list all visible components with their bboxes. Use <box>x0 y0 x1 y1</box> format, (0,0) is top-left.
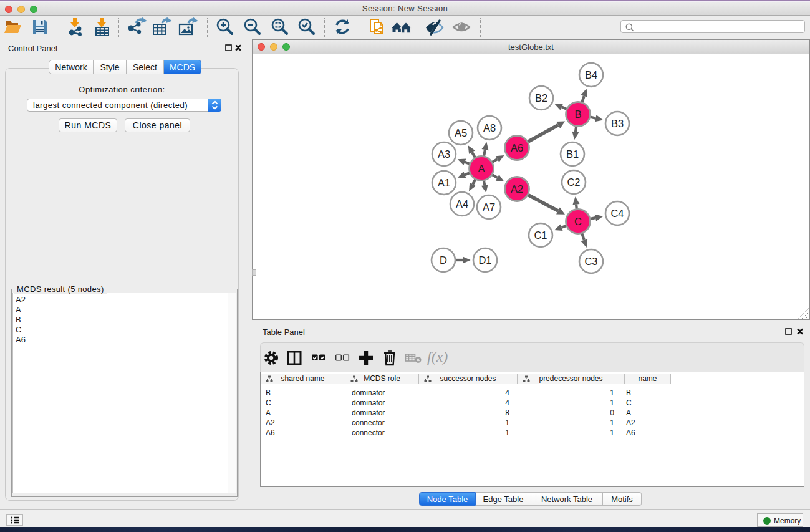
svg-text:D: D <box>440 254 447 266</box>
svg-text:A1: A1 <box>438 177 450 188</box>
svg-text:C4: C4 <box>610 208 624 219</box>
svg-text:A8: A8 <box>483 122 496 133</box>
svg-text:B2: B2 <box>535 92 547 104</box>
svg-text:C2: C2 <box>567 177 580 188</box>
svg-text:B4: B4 <box>585 69 597 80</box>
svg-text:B3: B3 <box>611 118 624 129</box>
svg-text:C1: C1 <box>534 230 547 241</box>
svg-text:D1: D1 <box>478 254 491 266</box>
svg-text:A2: A2 <box>511 183 523 195</box>
svg-text:A: A <box>478 163 485 174</box>
svg-text:A4: A4 <box>456 198 468 210</box>
svg-text:B: B <box>574 109 581 120</box>
svg-text:A7: A7 <box>483 201 495 213</box>
svg-text:B1: B1 <box>566 148 579 160</box>
svg-text:A3: A3 <box>438 148 450 160</box>
svg-text:C3: C3 <box>584 256 597 267</box>
svg-text:C: C <box>574 216 582 227</box>
svg-text:A5: A5 <box>455 127 467 138</box>
svg-text:A6: A6 <box>511 142 523 153</box>
